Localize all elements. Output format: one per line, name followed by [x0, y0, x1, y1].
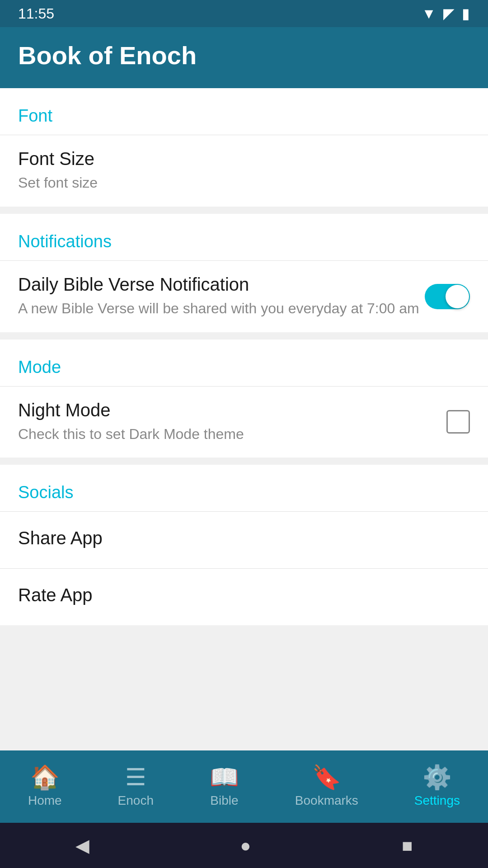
rate-app-title: Rate App — [18, 585, 470, 605]
font-size-desc: Set font size — [18, 173, 470, 193]
font-section: Font Font Size Set font size — [0, 88, 488, 207]
font-size-text: Font Size Set font size — [18, 149, 470, 193]
bible-icon: 📖 — [210, 765, 239, 789]
font-size-item[interactable]: Font Size Set font size — [0, 135, 488, 207]
mode-section-header: Mode — [0, 340, 488, 386]
rate-app-item[interactable]: Rate App — [0, 568, 488, 625]
wifi-icon: ▼ — [422, 5, 436, 22]
settings-label: Settings — [414, 793, 460, 808]
back-button[interactable]: ◀ — [75, 835, 89, 856]
nav-bookmarks[interactable]: 🔖 Bookmarks — [295, 765, 358, 808]
font-size-title: Font Size — [18, 149, 470, 169]
night-mode-checkbox[interactable] — [446, 410, 470, 434]
night-mode-desc: Check this to set Dark Mode theme — [18, 424, 446, 444]
daily-bible-verse-desc: A new Bible Verse will be shared with yo… — [18, 298, 425, 319]
bookmarks-icon: 🔖 — [312, 765, 341, 789]
home-button[interactable]: ● — [240, 835, 251, 856]
nav-enoch[interactable]: ☰ Enoch — [118, 765, 154, 808]
system-nav-bar: ◀ ● ■ — [0, 823, 488, 868]
night-mode-title: Night Mode — [18, 400, 446, 420]
night-mode-item[interactable]: Night Mode Check this to set Dark Mode t… — [0, 386, 488, 458]
nav-settings[interactable]: ⚙️ Settings — [414, 765, 460, 808]
daily-bible-verse-item[interactable]: Daily Bible Verse Notification A new Bib… — [0, 260, 488, 332]
notifications-section: Notifications Daily Bible Verse Notifica… — [0, 214, 488, 332]
signal-icon: ◤ — [443, 5, 455, 22]
mode-section: Mode Night Mode Check this to set Dark M… — [0, 340, 488, 458]
daily-bible-verse-title: Daily Bible Verse Notification — [18, 274, 425, 295]
nav-bible[interactable]: 📖 Bible — [210, 765, 239, 808]
recent-apps-button[interactable]: ■ — [402, 835, 413, 856]
time-display: 11:55 — [18, 5, 54, 22]
main-content: Font Font Size Set font size Notificatio… — [0, 88, 488, 750]
notifications-section-header: Notifications — [0, 214, 488, 260]
app-title: Book of Enoch — [18, 41, 470, 70]
home-label: Home — [28, 793, 62, 808]
daily-bible-verse-toggle[interactable] — [425, 284, 470, 309]
bookmarks-label: Bookmarks — [295, 793, 358, 808]
nav-home[interactable]: 🏠 Home — [28, 765, 62, 808]
share-app-title: Share App — [18, 528, 470, 548]
socials-section-header: Socials — [0, 465, 488, 511]
status-icons: ▼ ◤ ▮ — [422, 5, 470, 22]
font-section-header: Font — [0, 88, 488, 135]
share-app-item[interactable]: Share App — [0, 511, 488, 568]
app-header: Book of Enoch — [0, 27, 488, 88]
night-mode-text: Night Mode Check this to set Dark Mode t… — [18, 400, 446, 444]
home-icon: 🏠 — [30, 765, 60, 789]
daily-bible-verse-text: Daily Bible Verse Notification A new Bib… — [18, 274, 425, 319]
toggle-knob — [446, 285, 469, 308]
battery-icon: ▮ — [462, 5, 470, 22]
socials-section: Socials Share App Rate App — [0, 465, 488, 625]
status-bar: 11:55 ▼ ◤ ▮ — [0, 0, 488, 27]
enoch-label: Enoch — [118, 793, 154, 808]
bottom-nav: 🏠 Home ☰ Enoch 📖 Bible 🔖 Bookmarks ⚙️ Se… — [0, 750, 488, 823]
settings-icon: ⚙️ — [422, 765, 452, 789]
bible-label: Bible — [210, 793, 238, 808]
enoch-icon: ☰ — [125, 765, 146, 789]
